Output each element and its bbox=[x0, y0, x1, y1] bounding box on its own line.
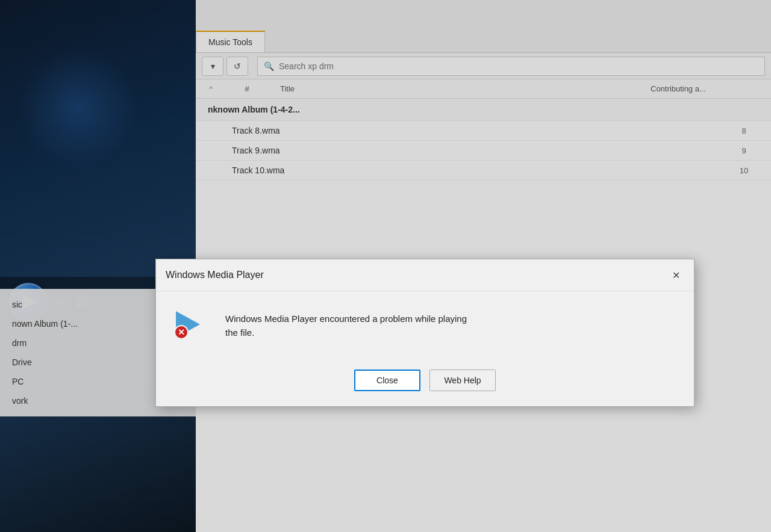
dialog-footer: Close Web Help bbox=[156, 357, 694, 406]
dialog-message: Windows Media Player encountered a probl… bbox=[225, 309, 467, 339]
wmp-play-icon: ✕ bbox=[174, 309, 204, 339]
dialog-icon: ✕ bbox=[174, 309, 210, 345]
error-badge: ✕ bbox=[174, 325, 189, 339]
close-button[interactable]: Close bbox=[354, 370, 420, 391]
dialog-body: ✕ Windows Media Player encountered a pro… bbox=[156, 291, 694, 357]
error-dialog: Windows Media Player ✕ ✕ Windows Media P… bbox=[155, 259, 695, 407]
webhelp-button[interactable]: Web Help bbox=[429, 370, 496, 391]
dialog-titlebar: Windows Media Player ✕ bbox=[156, 259, 694, 291]
dialog-close-button[interactable]: ✕ bbox=[667, 267, 684, 283]
dialog-title: Windows Media Player bbox=[166, 270, 264, 280]
